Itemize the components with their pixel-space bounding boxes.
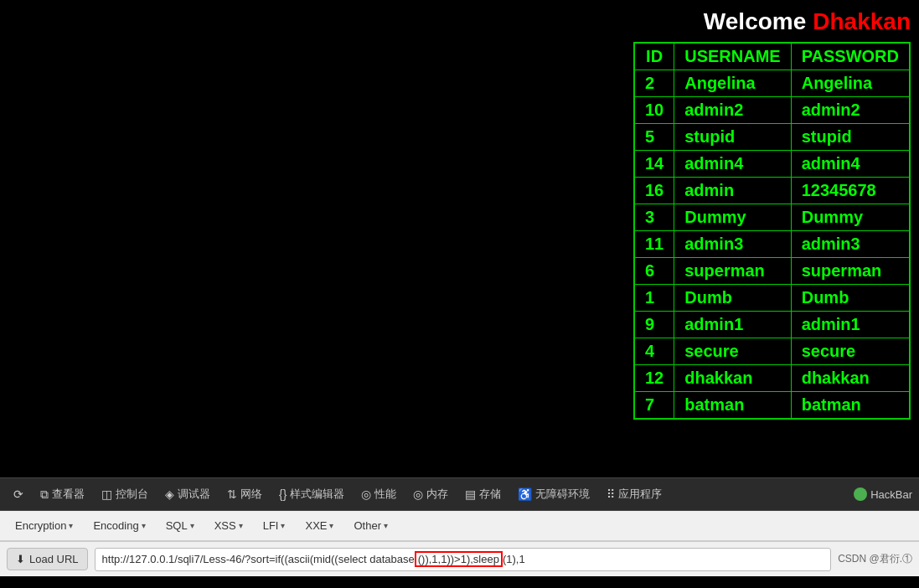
style-editor-button[interactable]: {} 样式编辑器 (272, 483, 351, 505)
inspector-button[interactable]: ⧉ 查看器 (34, 483, 91, 505)
memory-label: 内存 (426, 487, 448, 502)
cell-id: 4 (634, 338, 674, 365)
performance-label: 性能 (374, 487, 396, 502)
cell-password: secure (791, 338, 910, 365)
accessibility-label: 无障碍环境 (535, 487, 590, 502)
menu-encryption[interactable]: Encryption ▾ (7, 516, 81, 535)
table-row: 12dhakkandhakkan (634, 365, 910, 392)
console-button[interactable]: ◫ 控制台 (95, 483, 155, 505)
encryption-label: Encryption (15, 519, 66, 532)
table-row: 1DumbDumb (634, 285, 910, 312)
hackbar-menu: Encryption ▾ Encoding ▾ SQL ▾ XSS ▾ LFI … (0, 511, 919, 541)
cell-password: admin4 (791, 151, 910, 178)
menu-other[interactable]: Other ▾ (345, 516, 396, 535)
url-bar: ⬇ Load URL http://127.0.0.1/sqli7/Less-4… (0, 541, 919, 576)
network-label: 网络 (240, 487, 262, 502)
cell-id: 14 (634, 151, 674, 178)
cell-id: 12 (634, 365, 674, 392)
welcome-section: Welcome Dhakkan (704, 8, 911, 35)
cell-password: admin2 (791, 97, 910, 124)
load-url-label: Load URL (29, 553, 79, 565)
hackbar-button[interactable]: HackBar (854, 487, 912, 501)
table-body: 2AngelinaAngelina10admin2admin25stupidst… (634, 70, 910, 420)
cell-password: Dumb (791, 285, 910, 312)
cell-username: admin2 (674, 97, 791, 124)
cell-username: dhakkan (674, 365, 791, 392)
url-before-highlight: http://127.0.0.1/sqli7/Less-46/?sort=if(… (102, 553, 415, 565)
cell-username: superman (674, 258, 791, 285)
cell-id: 2 (634, 70, 674, 97)
welcome-text: Welcome (704, 8, 806, 35)
hackbar-label: HackBar (870, 488, 912, 501)
menu-xss[interactable]: XSS ▾ (206, 516, 251, 535)
reload-icon: ⟳ (13, 487, 23, 501)
cell-password: batman (791, 392, 910, 420)
encryption-arrow: ▾ (69, 521, 73, 530)
dev-toolbar: ⟳ ⧉ 查看器 ◫ 控制台 ◈ 调试器 ⇅ 网络 {} 样式编辑器 ◎ 性能 ◎… (0, 477, 919, 511)
lfi-label: LFI (263, 519, 279, 532)
xss-arrow: ▾ (239, 521, 243, 530)
application-icon: ⠿ (607, 487, 615, 501)
memory-button[interactable]: ◎ 内存 (406, 483, 455, 505)
cell-password: 12345678 (791, 178, 910, 204)
cell-username: Dumb (674, 285, 791, 312)
table-row: 10admin2admin2 (634, 97, 910, 124)
application-button[interactable]: ⠿ 应用程序 (600, 483, 669, 505)
storage-button[interactable]: ▤ 存储 (458, 483, 508, 505)
table-header-row: ID USERNAME PASSWORD (634, 43, 910, 70)
cell-username: admin (674, 178, 791, 204)
network-button[interactable]: ⇅ 网络 (220, 483, 269, 505)
cell-id: 9 (634, 312, 674, 338)
cell-id: 6 (634, 258, 674, 285)
inspector-icon: ⧉ (40, 487, 49, 502)
xss-label: XSS (214, 519, 236, 532)
inspector-label: 查看器 (52, 487, 85, 502)
debugger-button[interactable]: ◈ 调试器 (158, 483, 217, 505)
accessibility-icon: ♿ (518, 487, 532, 501)
cell-username: secure (674, 338, 791, 365)
url-after-highlight: (1),1 (503, 553, 525, 565)
network-icon: ⇅ (227, 487, 237, 501)
cell-id: 5 (634, 124, 674, 151)
cell-id: 11 (634, 231, 674, 258)
cell-password: Dummy (791, 204, 910, 231)
performance-icon: ◎ (361, 487, 371, 501)
cell-id: 3 (634, 204, 674, 231)
other-arrow: ▾ (384, 521, 388, 530)
lfi-arrow: ▾ (281, 521, 285, 530)
url-display[interactable]: http://127.0.0.1/sqli7/Less-46/?sort=if(… (95, 548, 832, 571)
xxe-label: XXE (305, 519, 327, 532)
debugger-label: 调试器 (178, 487, 210, 502)
menu-xxe[interactable]: XXE ▾ (297, 516, 342, 535)
cell-password: Angelina (791, 70, 910, 97)
browser-viewport: Welcome Dhakkan ID USERNAME PASSWORD 2An… (0, 0, 919, 477)
storage-icon: ▤ (465, 487, 476, 501)
style-editor-icon: {} (279, 487, 287, 501)
menu-lfi[interactable]: LFI ▾ (255, 516, 294, 535)
menu-sql[interactable]: SQL ▾ (157, 516, 203, 535)
table-row: 9admin1admin1 (634, 312, 910, 338)
menu-encoding[interactable]: Encoding ▾ (85, 516, 153, 535)
hackbar-dot-icon (854, 487, 867, 501)
cell-password: dhakkan (791, 365, 910, 392)
performance-button[interactable]: ◎ 性能 (354, 483, 403, 505)
table-row: 4securesecure (634, 338, 910, 365)
table-row: 16admin12345678 (634, 178, 910, 204)
cell-password: superman (791, 258, 910, 285)
accessibility-button[interactable]: ♿ 无障碍环境 (511, 483, 596, 505)
debugger-icon: ◈ (165, 487, 174, 501)
other-label: Other (354, 519, 381, 532)
encoding-arrow: ▾ (142, 521, 146, 530)
cell-id: 16 (634, 178, 674, 204)
brand-text: Dhakkan (813, 8, 911, 35)
storage-label: 存储 (479, 487, 501, 502)
table-row: 11admin3admin3 (634, 231, 910, 258)
cell-username: admin1 (674, 312, 791, 338)
load-url-button[interactable]: ⬇ Load URL (7, 548, 88, 570)
data-table-container: ID USERNAME PASSWORD 2AngelinaAngelina10… (633, 42, 911, 420)
reload-button[interactable]: ⟳ (7, 484, 30, 504)
encoding-label: Encoding (93, 519, 138, 532)
cell-username: Dummy (674, 204, 791, 231)
col-header-id: ID (634, 43, 674, 70)
cell-username: batman (674, 392, 791, 420)
